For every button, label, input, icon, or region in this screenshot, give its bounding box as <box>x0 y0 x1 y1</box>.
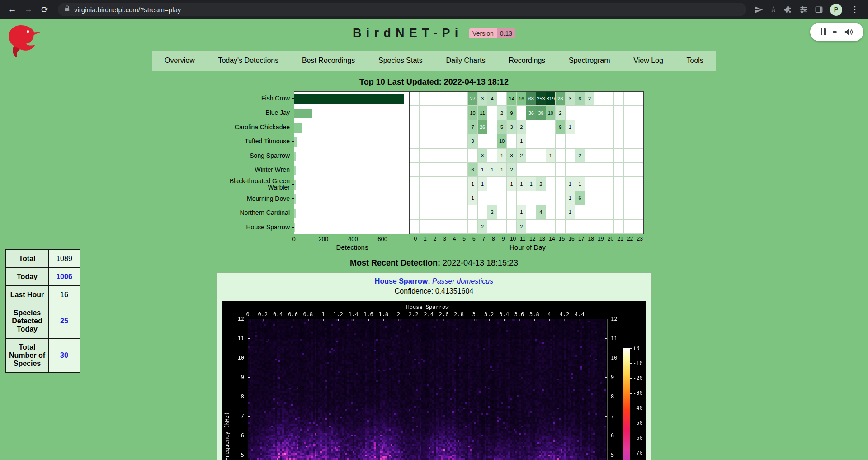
refresh-icon[interactable]: ⟳ <box>38 3 52 16</box>
stats-value-link[interactable]: 30 <box>48 338 80 373</box>
heatmap-cell <box>585 220 595 234</box>
heatmap-cell <box>429 120 439 134</box>
heatmap-cell: 2 <box>517 120 527 134</box>
heatmap-cell <box>478 205 488 219</box>
heatmap-cell <box>604 134 614 148</box>
heatmap-cell <box>556 134 566 148</box>
species-name-link[interactable]: House Sparrow: <box>375 277 430 285</box>
heatmap-cell <box>420 106 429 120</box>
heatmap-cell <box>614 205 624 219</box>
heatmap-cell: 3 <box>468 134 478 148</box>
heatmap-cell <box>478 134 488 148</box>
heatmap-cell <box>507 191 517 205</box>
heatmap-cell <box>429 163 439 177</box>
heatmap-cell <box>614 134 624 148</box>
side-panel-icon[interactable] <box>815 5 823 14</box>
profile-avatar[interactable]: P <box>830 4 842 16</box>
heatmap-cell: 253 <box>536 92 546 106</box>
stats-value: 16 <box>48 286 80 304</box>
menu-dots-icon[interactable]: ⋮ <box>849 5 861 14</box>
heatmap-cell: 1 <box>546 149 556 163</box>
heatmap-cell <box>566 106 576 120</box>
heatmap-cell: 68 <box>526 92 536 106</box>
nav-item-species-stats[interactable]: Species Stats <box>369 51 432 71</box>
heatmap-cell <box>614 191 624 205</box>
nav-item-tools[interactable]: Tools <box>678 51 712 71</box>
heatmap-cell <box>633 191 643 205</box>
bar-axis-tick: 0 <box>292 236 295 242</box>
heatmap-cell <box>614 120 624 134</box>
heatmap-cell: 1 <box>468 191 478 205</box>
bar-xaxis: 0200400600 <box>294 234 410 243</box>
heatmap-cell <box>487 177 497 191</box>
scientific-name-link[interactable]: Passer domesticus <box>432 277 493 285</box>
heatmap-cell <box>468 205 478 219</box>
heatmap-cell: 1 <box>566 177 576 191</box>
heatmap-cell <box>526 163 536 177</box>
heatmap-cell: 14 <box>507 92 517 106</box>
heatmap-cell <box>410 220 420 234</box>
stats-value: 1089 <box>48 250 80 268</box>
heatmap-cell <box>487 149 497 163</box>
speaker-icon[interactable] <box>844 28 853 36</box>
nav-item-daily-charts[interactable]: Daily Charts <box>437 51 495 71</box>
nav-item-today-s-detections[interactable]: Today's Detections <box>209 51 288 71</box>
heatmap-cell <box>556 163 566 177</box>
spectrogram-canvas <box>222 301 646 460</box>
heatmap-cell <box>448 191 458 205</box>
stats-value-link[interactable]: 25 <box>48 304 80 338</box>
hour-axis-tick: 13 <box>538 236 547 243</box>
hour-axis-tick: 15 <box>557 236 567 243</box>
heatmap-cell <box>439 134 449 148</box>
url-text[interactable]: virginia.birdnetpi.com/?stream=play <box>74 6 181 14</box>
birdnet-logo-icon[interactable] <box>5 23 45 62</box>
nav-item-spectrogram[interactable]: Spectrogram <box>560 51 619 71</box>
pause-icon[interactable] <box>821 28 826 35</box>
stats-label: Today <box>6 268 48 286</box>
stats-row: Last Hour16 <box>6 286 80 304</box>
heatmap-cell <box>633 92 643 106</box>
species-label: Blue Jay <box>223 106 294 120</box>
confidence-text: Confidence: 0.41351604 <box>217 287 651 295</box>
heatmap-cell <box>497 220 507 234</box>
heatmap-cell: 2 <box>536 177 546 191</box>
heatmap-cell <box>594 191 604 205</box>
nav-item-recordings[interactable]: Recordings <box>500 51 554 71</box>
heatmap-cell: 1 <box>478 163 488 177</box>
send-icon[interactable] <box>755 5 763 14</box>
nav-item-overview[interactable]: Overview <box>156 51 204 71</box>
heatmap-cell <box>429 134 439 148</box>
tune-icon[interactable] <box>799 5 808 14</box>
heatmap-cell <box>517 163 527 177</box>
species-label: House Sparrow <box>223 220 294 234</box>
heatmap-cell <box>624 177 634 191</box>
hour-axis-tick: 8 <box>489 236 499 243</box>
heatmap-cell: 2 <box>507 163 517 177</box>
heatmap-cell <box>575 205 585 219</box>
heatmap-cell <box>487 220 497 234</box>
heatmap-cell: 1 <box>468 177 478 191</box>
heatmap-cell <box>585 149 595 163</box>
heatmap-cell <box>497 92 507 106</box>
stats-value-link[interactable]: 1006 <box>48 268 80 286</box>
heatmap-cell <box>507 220 517 234</box>
heatmap-cell <box>448 177 458 191</box>
nav-item-view-log[interactable]: View Log <box>624 51 672 71</box>
heatmap-cell <box>536 163 546 177</box>
heatmap-cell <box>507 134 517 148</box>
back-icon[interactable]: ← <box>5 3 19 16</box>
extensions-icon[interactable] <box>784 5 793 14</box>
heatmap-cell <box>458 220 468 234</box>
heatmap-cell: 9 <box>556 120 566 134</box>
omnibox[interactable]: virginia.birdnetpi.com/?stream=play <box>58 3 746 16</box>
bookmark-star-icon[interactable]: ☆ <box>770 5 777 14</box>
detection-bar <box>294 152 296 161</box>
heatmap-cell: 3 <box>507 120 517 134</box>
heatmap-cell <box>458 205 468 219</box>
heatmap-cell <box>633 149 643 163</box>
audio-player[interactable] <box>810 23 863 41</box>
heatmap-cell <box>585 163 595 177</box>
player-dash-icon[interactable] <box>833 31 837 33</box>
nav-item-best-recordings[interactable]: Best Recordings <box>293 51 364 71</box>
forward-icon[interactable]: → <box>22 3 35 16</box>
